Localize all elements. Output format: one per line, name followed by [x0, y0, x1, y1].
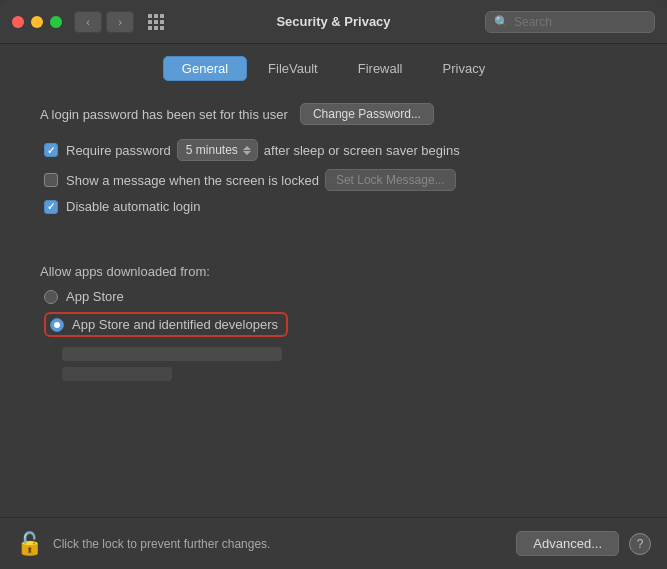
window-title: Security & Privacy — [276, 14, 390, 29]
app-store-label: App Store — [66, 289, 124, 304]
main-content: A login password has been set for this u… — [0, 89, 667, 381]
grid-view-button[interactable] — [142, 11, 170, 33]
show-message-row: Show a message when the screen is locked… — [40, 169, 627, 191]
password-interval-dropdown[interactable]: 5 minutes — [177, 139, 258, 161]
maximize-button[interactable] — [50, 16, 62, 28]
require-password-row: Require password 5 minutes after sleep o… — [40, 139, 627, 161]
tab-filevault[interactable]: FileVault — [249, 56, 337, 81]
highlight-box: App Store and identified developers — [44, 312, 288, 337]
require-password-label: Require password — [66, 143, 171, 158]
bottom-bar: 🔓 Click the lock to prevent further chan… — [0, 517, 667, 569]
disable-login-row: Disable automatic login — [40, 199, 627, 214]
app-store-identified-radio-row: App Store and identified developers — [40, 312, 627, 337]
require-password-checkbox[interactable] — [44, 143, 58, 157]
dropdown-arrow-icon — [243, 146, 251, 155]
nav-buttons: ‹ › — [74, 11, 134, 33]
tabs-bar: General FileVault Firewall Privacy — [0, 44, 667, 89]
titlebar: ‹ › Security & Privacy 🔍 — [0, 0, 667, 44]
app-store-identified-label: App Store and identified developers — [72, 317, 278, 332]
blurred-row-1 — [62, 347, 282, 361]
advanced-button[interactable]: Advanced... — [516, 531, 619, 556]
set-lock-message-button[interactable]: Set Lock Message... — [325, 169, 456, 191]
change-password-button[interactable]: Change Password... — [300, 103, 434, 125]
password-interval-value: 5 minutes — [186, 143, 238, 157]
disable-login-checkbox[interactable] — [44, 200, 58, 214]
traffic-lights — [12, 16, 62, 28]
after-sleep-label: after sleep or screen saver begins — [264, 143, 460, 158]
search-input[interactable] — [514, 15, 646, 29]
login-password-label: A login password has been set for this u… — [40, 107, 288, 122]
close-button[interactable] — [12, 16, 24, 28]
app-store-radio[interactable] — [44, 290, 58, 304]
tab-privacy[interactable]: Privacy — [424, 56, 505, 81]
help-button[interactable]: ? — [629, 533, 651, 555]
back-button[interactable]: ‹ — [74, 11, 102, 33]
search-icon: 🔍 — [494, 15, 509, 29]
allow-apps-label: Allow apps downloaded from: — [40, 264, 627, 279]
tab-firewall[interactable]: Firewall — [339, 56, 422, 81]
search-box[interactable]: 🔍 — [485, 11, 655, 33]
app-store-radio-row: App Store — [40, 289, 627, 304]
disable-login-label: Disable automatic login — [66, 199, 200, 214]
lock-text: Click the lock to prevent further change… — [53, 537, 516, 551]
show-message-label: Show a message when the screen is locked — [66, 173, 319, 188]
lock-icon: 🔓 — [16, 531, 43, 557]
forward-button[interactable]: › — [106, 11, 134, 33]
blurred-content — [40, 347, 627, 381]
tab-general[interactable]: General — [163, 56, 247, 81]
show-message-checkbox[interactable] — [44, 173, 58, 187]
blurred-row-2 — [62, 367, 172, 381]
login-password-row: A login password has been set for this u… — [40, 103, 627, 125]
minimize-button[interactable] — [31, 16, 43, 28]
grid-icon — [148, 14, 164, 30]
app-store-identified-radio[interactable] — [50, 318, 64, 332]
